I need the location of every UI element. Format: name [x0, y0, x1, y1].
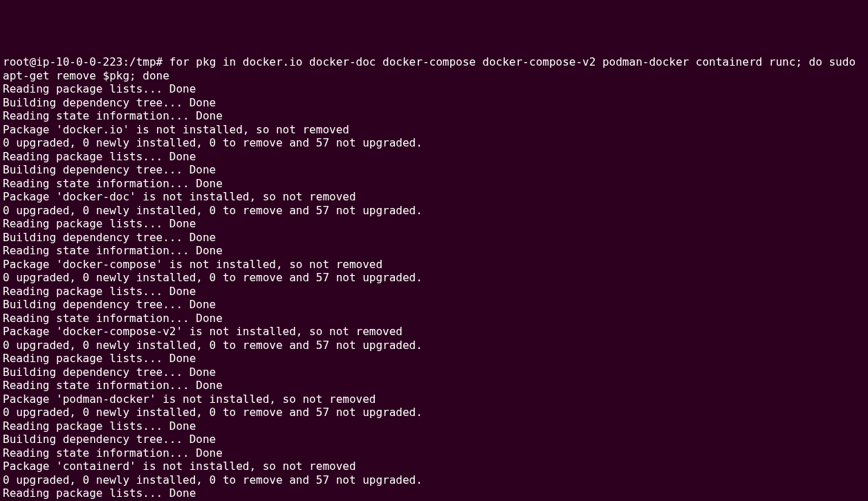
output-line: Reading state information... Done [3, 109, 865, 123]
output-line: Building dependency tree... Done [3, 163, 865, 177]
output-line: Reading state information... Done [3, 379, 865, 393]
output-line: Building dependency tree... Done [3, 433, 865, 446]
output-line: Package 'containerd' is not installed, s… [3, 460, 865, 473]
output-line: 0 upgraded, 0 newly installed, 0 to remo… [3, 473, 865, 487]
output-line: Reading state information... Done [3, 312, 865, 325]
output-line: Building dependency tree... Done [3, 366, 865, 379]
output-line: Package 'docker-compose-v2' is not insta… [3, 325, 865, 339]
output-line: Reading state information... Done [3, 244, 865, 258]
output-line: 0 upgraded, 0 newly installed, 0 to remo… [3, 204, 865, 218]
terminal[interactable]: root@ip-10-0-0-223:/tmp# for pkg in dock… [3, 55, 865, 501]
command-line: root@ip-10-0-0-223:/tmp# for pkg in dock… [3, 55, 865, 82]
output-line: Reading package lists... Done [3, 352, 865, 366]
output-line: Package 'docker.io' is not installed, so… [3, 123, 865, 137]
output-line: Reading package lists... Done [3, 217, 865, 231]
output-line: Building dependency tree... Done [3, 231, 865, 245]
output-line: Reading package lists... Done [3, 82, 865, 96]
output-line: Reading package lists... Done [3, 150, 865, 164]
output-line: Package 'docker-compose' is not installe… [3, 258, 865, 272]
output-line: Package 'podman-docker' is not installed… [3, 393, 865, 406]
output-line: Reading state information... Done [3, 177, 865, 191]
output-line: Reading package lists... Done [3, 285, 865, 299]
output-line: 0 upgraded, 0 newly installed, 0 to remo… [3, 406, 865, 419]
output-line: Building dependency tree... Done [3, 298, 865, 312]
output-line: 0 upgraded, 0 newly installed, 0 to remo… [3, 136, 865, 150]
output-line: 0 upgraded, 0 newly installed, 0 to remo… [3, 271, 865, 285]
output-line: Building dependency tree... Done [3, 96, 865, 110]
output-line: Package 'docker-doc' is not installed, s… [3, 190, 865, 204]
output-line: Reading package lists... Done [3, 419, 865, 433]
output-line: Reading state information... Done [3, 446, 865, 460]
output-line: 0 upgraded, 0 newly installed, 0 to remo… [3, 339, 865, 352]
output-line: Reading package lists... Done [3, 486, 865, 500]
prompt: root@ip-10-0-0-223:/tmp# [3, 55, 163, 68]
